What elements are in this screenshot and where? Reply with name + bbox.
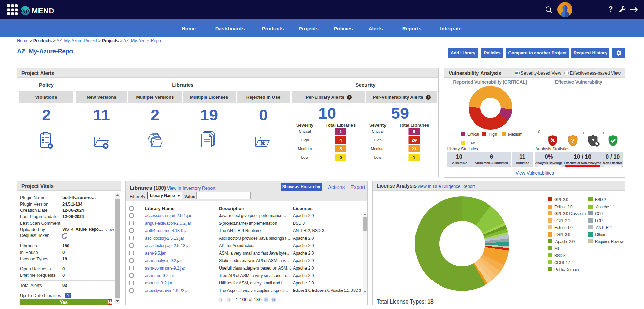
svg-text:?: ? xyxy=(571,137,575,144)
svg-text:?: ? xyxy=(591,137,594,143)
